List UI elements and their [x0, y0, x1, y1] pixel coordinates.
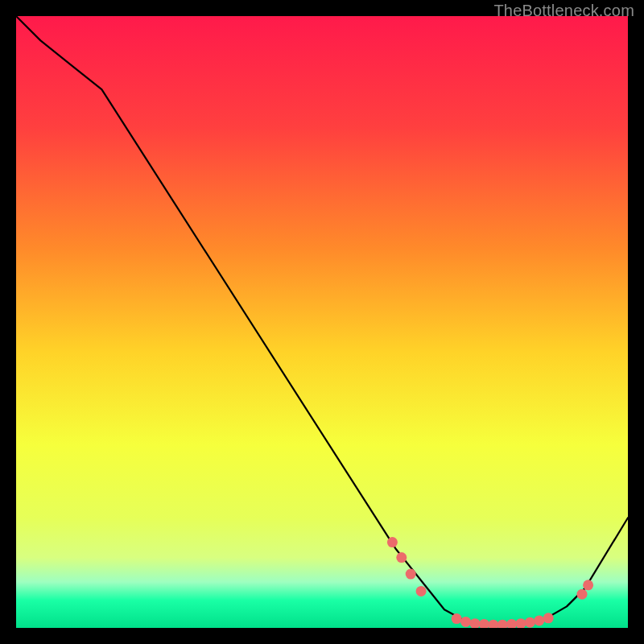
highlight-marker [534, 615, 544, 625]
highlight-marker [543, 613, 554, 623]
highlight-marker [577, 589, 588, 600]
highlight-marker [452, 613, 462, 624]
bottleneck-curve-plot [16, 16, 628, 628]
chart-frame: TheBottleneck.com [0, 0, 644, 644]
highlight-marker [396, 552, 407, 563]
highlight-marker [387, 537, 398, 547]
watermark-text: TheBottleneck.com [493, 2, 634, 20]
highlight-marker [525, 617, 535, 628]
highlight-marker [406, 569, 416, 580]
gradient-background [16, 16, 628, 628]
highlight-marker [583, 580, 593, 590]
highlight-marker [416, 586, 427, 597]
highlight-marker [460, 617, 471, 627]
